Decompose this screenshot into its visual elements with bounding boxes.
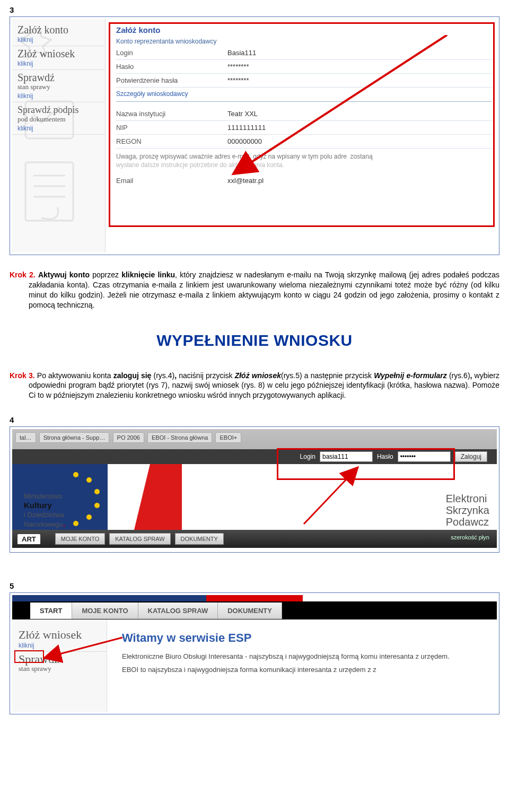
sidebar-item-link[interactable]: kliknij <box>17 92 100 100</box>
potw-label: Potwierdzenie hasła <box>116 76 227 84</box>
browser-tab[interactable]: EBOI+ <box>215 432 241 443</box>
section-heading: WYPEŁNIENIE WNIOSKU <box>10 331 499 350</box>
sidebar-item-sub: stan sprawy <box>17 83 100 91</box>
sidebar-item-zloz-wniosek[interactable]: Złóż wniosek kliknij <box>12 46 105 70</box>
header-banner: Ministerstwo Kultury i Dziedzictwa Narod… <box>12 464 497 530</box>
screenshot-4: tal… Strona główna - Supp… PO 2006 EBOI … <box>12 429 497 550</box>
ministry-logo: Ministerstwo Kultury i Dziedzictwa Narod… <box>24 492 65 529</box>
sidebar-item-link[interactable]: kliknij <box>17 125 100 132</box>
krok-2-label: Krok 2. <box>10 270 36 279</box>
sidebar-item-sprawdz[interactable]: Sprawdź stan sprawy <box>12 652 107 675</box>
browser-tabs: tal… Strona główna - Supp… PO 2006 EBOI … <box>15 432 243 443</box>
ss3-form: Załóż konto Konto reprezentanta wnioskod… <box>106 19 497 252</box>
welcome-text-1: Elektroniczne Biuro Obsługi Interesanta … <box>122 652 488 660</box>
tab-katalog-spraw[interactable]: KATALOG SPRAW <box>138 603 218 619</box>
ss3-sidebar: Załóż konto kliknij Złóż wniosek kliknij… <box>12 19 106 252</box>
browser-tab[interactable]: EBOI - Strona główna <box>147 432 212 443</box>
potw-value[interactable]: ******** <box>227 76 249 84</box>
email-value[interactable]: xxl@teatr.pl <box>227 177 264 185</box>
sidebar-item-sub: pod dokumentem <box>17 115 100 124</box>
figure-4-box: tal… Strona główna - Supp… PO 2006 EBOI … <box>10 426 499 553</box>
tab-bar: START MOJE KONTO KATALOG SPRAW DOKUMENTY <box>12 601 497 619</box>
welcome-heading: Witamy w serwisie ESP <box>122 631 488 645</box>
form-subheading: Konto reprezentanta wnioskodawcy <box>116 38 492 45</box>
sidebar-item-title: Złóż wniosek <box>19 628 101 642</box>
main-menu-bar: ART MOJE KONTO KATALOG SPRAW DOKUMENTY <box>12 530 497 548</box>
tab-moje-konto[interactable]: MOJE KONTO <box>72 603 138 619</box>
sidebar-item-sprawdz-stan[interactable]: Sprawdź stan sprawy kliknij <box>12 70 105 102</box>
ss5-sidebar: Złóż wniosek kliknij Sprawdź stan sprawy <box>12 619 107 712</box>
browser-tab[interactable]: tal… <box>15 432 36 443</box>
haslo-input[interactable] <box>398 451 451 462</box>
row-nip: NIP 1111111111 <box>116 121 492 135</box>
sidebar-item-title: Sprawdź <box>19 654 101 665</box>
sidebar-item-zaloz-konto[interactable]: Załóż konto kliknij <box>12 22 105 46</box>
sidebar-item-sprawdz-podpis[interactable]: Sprawdź podpis pod dokumentem kliknij <box>12 102 105 135</box>
figure-label-5: 5 <box>10 581 499 590</box>
regon-value[interactable]: 000000000 <box>227 137 262 145</box>
regon-label: REGON <box>116 137 227 145</box>
sidebar-item-sub: stan sprawy <box>19 665 101 673</box>
tab-start[interactable]: START <box>30 603 72 619</box>
row-subheading-2: Szczegóły wnioskodawcy <box>116 88 492 102</box>
krok-2-paragraph: Krok 2. Aktywuj konto poprzez kliknięcie… <box>29 270 499 310</box>
figure-label-3: 3 <box>10 5 499 14</box>
form-subheading-2: Szczegóły wnioskodawcy <box>116 90 188 98</box>
svg-point-8 <box>86 477 92 483</box>
haslo-label: Hasło <box>377 453 393 460</box>
haslo-value[interactable]: ******** <box>227 63 249 71</box>
inst-label: Nazwa instytucji <box>116 110 227 118</box>
szerokosc-label[interactable]: szerokość płyn <box>451 534 489 540</box>
form-heading: Załóż konto <box>116 25 492 34</box>
tab-art[interactable]: ART <box>17 534 40 544</box>
menu-moje-konto[interactable]: MOJE KONTO <box>55 533 106 545</box>
sidebar-item-title: Sprawdź <box>17 72 100 83</box>
krok-3-label: Krok 3. <box>10 371 35 380</box>
zaloguj-button[interactable]: Zaloguj <box>455 451 487 462</box>
login-input[interactable] <box>320 451 373 462</box>
browser-tab[interactable]: Strona główna - Supp… <box>39 432 110 443</box>
svg-rect-1 <box>25 162 73 221</box>
svg-point-7 <box>73 472 78 477</box>
login-value[interactable]: Basia111 <box>227 49 256 57</box>
row-haslo: Hasło ******** <box>116 60 492 74</box>
nip-value[interactable]: 1111111111 <box>227 124 266 132</box>
haslo-label: Hasło <box>116 63 227 71</box>
login-label: Login <box>300 453 315 460</box>
email-warning-1: Uwaga, proszę wpisywać uważnie adres e-m… <box>116 153 492 160</box>
figure-3-box: Załóż konto kliknij Złóż wniosek kliknij… <box>10 16 499 255</box>
sidebar-item-title: Złóż wniosek <box>17 48 100 59</box>
sidebar-item-link[interactable]: kliknij <box>17 36 100 43</box>
row-email: Email xxl@teatr.pl <box>116 174 492 187</box>
row-instytucja: Nazwa instytucji Teatr XXL <box>116 107 492 121</box>
ss5-body: Złóż wniosek kliknij Sprawdź stan sprawy… <box>12 619 497 712</box>
sidebar-item-title: Załóż konto <box>17 24 100 35</box>
nip-label: NIP <box>116 124 227 132</box>
menu-katalog-spraw[interactable]: KATALOG SPRAW <box>109 533 170 545</box>
ss5-main: Witamy w serwisie ESP Elektroniczne Biur… <box>107 619 497 712</box>
figure-label-4: 4 <box>10 415 499 424</box>
row-potw: Potwierdzenie hasła ******** <box>116 74 492 88</box>
sidebar-item-link[interactable]: kliknij <box>19 642 101 649</box>
menu-dokumenty[interactable]: DOKUMENTY <box>175 533 224 545</box>
browser-tab[interactable]: PO 2006 <box>113 432 144 443</box>
header-right-text: Elektroni Skrzynka Podawcz <box>446 493 489 528</box>
screenshot-5: START MOJE KONTO KATALOG SPRAW DOKUMENTY… <box>12 595 497 712</box>
screenshot-3: Załóż konto kliknij Złóż wniosek kliknij… <box>12 19 497 252</box>
inst-value[interactable]: Teatr XXL <box>227 110 258 118</box>
row-login: Login Basia111 <box>116 46 492 60</box>
sidebar-item-zloz-wniosek[interactable]: Złóż wniosek kliknij <box>12 626 107 652</box>
login-bar: Login Hasło Zaloguj <box>12 449 497 464</box>
svg-point-11 <box>86 514 92 520</box>
svg-point-10 <box>94 503 100 508</box>
krok-3-paragraph: Krok 3. Po aktywowaniu konta zaloguj się… <box>29 371 499 401</box>
welcome-text-2: EBOI to najszybsza i najwygodniejsza for… <box>122 666 488 674</box>
row-regon: REGON 000000000 <box>116 135 492 149</box>
svg-point-9 <box>94 489 100 494</box>
header-stripe <box>12 595 497 601</box>
email-warning-2: wysłane dalsze instrukcje potrzebne do a… <box>116 161 492 169</box>
sidebar-item-link[interactable]: kliknij <box>17 60 100 67</box>
sidebar-item-title: Sprawdź podpis <box>17 104 100 115</box>
email-label: Email <box>116 177 227 185</box>
tab-dokumenty[interactable]: DOKUMENTY <box>218 603 282 619</box>
